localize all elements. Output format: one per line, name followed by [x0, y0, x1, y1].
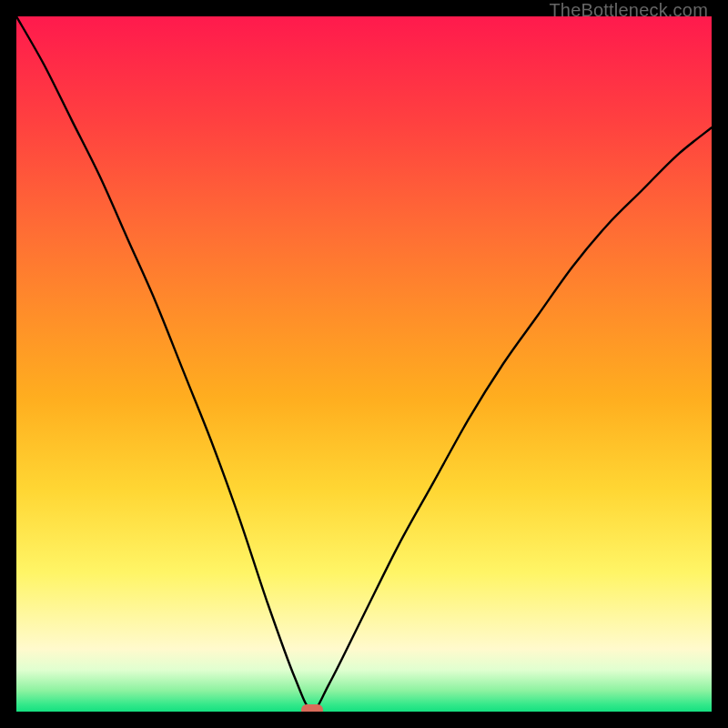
optimum-marker	[301, 704, 323, 712]
plot-area	[16, 16, 712, 712]
watermark-text: TheBottleneck.com	[549, 0, 708, 21]
outer-frame: TheBottleneck.com	[0, 0, 728, 728]
bottleneck-curve	[16, 16, 712, 712]
curve-path	[16, 16, 712, 710]
